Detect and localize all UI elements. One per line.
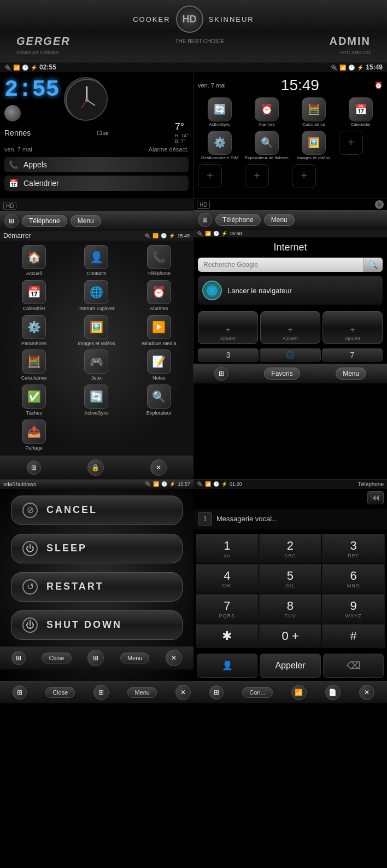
add-app-btn-4[interactable]: + (292, 164, 316, 188)
app-notes[interactable]: 📝 Notes (130, 349, 189, 381)
app-images[interactable]: 🖼️ Images et vidéos (292, 131, 336, 161)
shutdown-bottom-bar: ⊞ Close ⊞ Menu ✕ (0, 646, 194, 669)
calendar2-label: Calendrier (351, 123, 371, 127)
app-explorateur[interactable]: 🔍 Explorateur (130, 385, 189, 416)
app-contacts[interactable]: 👤 Contacts (67, 245, 126, 277)
calendrier-icon: 📅 (22, 280, 46, 304)
cancel-icon: ⊘ (22, 503, 38, 518)
key-2[interactable]: 2 ABC (259, 534, 322, 563)
app-alarmes[interactable]: ⏰ Alarmes (245, 97, 289, 127)
win-btn-left3[interactable]: ⊞ (11, 651, 26, 665)
key-hash[interactable]: # (322, 624, 385, 648)
search-btn[interactable]: 🔍 (363, 258, 383, 272)
sleep-btn[interactable]: ⏻ SLEEP (11, 534, 183, 563)
add-app-btn[interactable]: + (339, 131, 363, 155)
status-time-right3: 01:20 (230, 481, 242, 487)
app-activesync[interactable]: 🔄 ActiveSync (198, 97, 242, 127)
add-app-btn-3[interactable]: + (245, 164, 269, 188)
key-6[interactable]: 6 MNO (322, 564, 385, 593)
slot-3[interactable]: + Ajouter (322, 311, 383, 344)
app-jeux[interactable]: 🎮 Jeux (67, 349, 126, 381)
app-calc2[interactable]: 🧮 Calculatrice (4, 349, 63, 381)
app-images2[interactable]: 🖼️ Images et vidéos (67, 315, 126, 347)
top-banner: Cooker HD Skinneur GERGER THE BEST CHOIC… (0, 0, 387, 62)
key-7[interactable]: 7 PQRS (196, 594, 259, 624)
win-btn-bottom-nav-left[interactable]: ⊞ (13, 685, 27, 700)
app-alarmes2[interactable]: ⏰ Alarmes (130, 280, 189, 312)
app-wm[interactable]: ▶️ Windows Media (130, 315, 189, 347)
key-9[interactable]: 9 WXYZ (322, 594, 385, 624)
win-btn-right2-bottom[interactable]: ⊞ (214, 366, 228, 381)
lock-icon[interactable]: 🔒 (87, 459, 104, 476)
con-btn-bottom[interactable]: Con... (242, 687, 272, 698)
call-btn[interactable]: Appeler (260, 654, 320, 678)
alarm-status: Alarme désact. (149, 146, 189, 153)
telephone-btn-left[interactable]: Téléphone (22, 215, 67, 227)
menu-btn-right2-bottom[interactable]: Menu (336, 368, 366, 380)
calendar-label: Calendrier (24, 179, 59, 188)
app-parametres[interactable]: ⚙️ Paramètres (4, 315, 63, 347)
search-input[interactable] (198, 258, 363, 272)
grid-btn-bottom[interactable]: ⊞ (93, 685, 109, 700)
x-btn-bottom[interactable]: ✕ (175, 685, 191, 700)
menu-btn-left[interactable]: Menu (71, 215, 101, 227)
favoris-btn[interactable]: Favoris (264, 368, 300, 380)
app-telephone[interactable]: 📞 Téléphone (130, 245, 189, 277)
menu-calls[interactable]: 📞 Appels (4, 157, 189, 172)
phone-left-1: 2:55 Rennes Clair 7° H: 14° B: (0, 72, 194, 199)
grid-icon-left3[interactable]: ⊞ (87, 650, 104, 666)
close-btn-bottom[interactable]: Close (45, 687, 75, 698)
telephone-btn-right2[interactable]: Téléphone (215, 214, 261, 226)
calls-label: Appels (24, 160, 47, 169)
slot-label-2: Ajouter (283, 336, 298, 341)
key-5[interactable]: 5 JKL (259, 564, 322, 593)
app-accueil[interactable]: 🏠 Accueil (4, 245, 63, 277)
x2-btn-bottom[interactable]: ✕ (359, 685, 374, 700)
app-calendrier[interactable]: 📅 Calendrier (4, 280, 63, 312)
app-partage[interactable]: 📤 Partage (4, 420, 63, 451)
right-time: 15:49 (281, 77, 319, 94)
hd-badge-right: HD (197, 201, 210, 209)
app-calc[interactable]: 🧮 Calculatrice (292, 97, 336, 127)
slot-1[interactable]: + Ajouter (198, 311, 258, 344)
menu-btn-left3[interactable]: Menu (120, 653, 150, 663)
key-8[interactable]: 8 TUV (259, 594, 322, 624)
app-taches[interactable]: ✅ Tâches (4, 385, 63, 416)
slot-2[interactable]: + Ajouter (260, 311, 320, 344)
key-3[interactable]: 3 DEF (322, 534, 385, 563)
app-ie[interactable]: 🌐 Internet Explorer (67, 280, 126, 312)
app-sim[interactable]: ⚙️ Gestionnaire e SIM (198, 131, 242, 161)
app-calendar[interactable]: 📅 Calendrier (339, 97, 383, 127)
windows-btn-left[interactable]: ⊞ (4, 214, 19, 228)
win-btn-bottom[interactable]: ⊞ (27, 461, 41, 475)
backspace-btn[interactable]: ⌫ (323, 654, 384, 678)
shutdown-btn[interactable]: ⏻ SHUT DOWN (11, 610, 183, 640)
key-star[interactable]: ✱ (196, 624, 259, 648)
menu-btn-right2[interactable]: Menu (264, 214, 295, 226)
cancel-btn[interactable]: ⊘ CANCEL (11, 496, 183, 525)
close-icon-bottom[interactable]: ✕ (150, 459, 167, 476)
search-bar[interactable]: 🔍 (198, 258, 383, 272)
dial-topbar: 🔌📶🕐⚡ 01:20 Téléphone (194, 480, 387, 489)
svg-point-4 (85, 98, 89, 102)
close-btn-left3[interactable]: Close (42, 653, 71, 663)
key-1[interactable]: 1 ao (196, 534, 259, 563)
app-activesync2[interactable]: 🔄 ActiveSync (67, 385, 126, 416)
contacts-dial-btn[interactable]: 👤 (197, 654, 257, 678)
cancel-label: CANCEL (46, 504, 97, 516)
date-alarm: ven. 7 mai Alarme désact. (4, 146, 189, 153)
browser-launch[interactable]: 🌐 Lancer le navigateur (198, 276, 383, 305)
app-explorer[interactable]: 🔍 Explorateur de fichiers (245, 131, 289, 161)
calendar2-icon: 📅 (349, 97, 373, 121)
restart-btn[interactable]: ↺ RESTART (11, 572, 183, 602)
x-icon-left3[interactable]: ✕ (166, 650, 182, 666)
key-4[interactable]: 4 GHI (196, 564, 259, 593)
add-app-btn-2[interactable]: + (198, 164, 222, 188)
skip-btn[interactable]: ⏮ (367, 491, 384, 504)
key-0[interactable]: 0 + (259, 624, 322, 648)
windows-btn-right2[interactable]: ⊞ (198, 213, 212, 227)
right-date: ven. 7 mai (198, 82, 226, 89)
menu-btn-bottom[interactable]: Menu (127, 687, 157, 698)
win-btn-bottom-nav-right[interactable]: ⊞ (209, 685, 224, 700)
menu-calendar[interactable]: 📅 Calendrier (4, 176, 189, 191)
